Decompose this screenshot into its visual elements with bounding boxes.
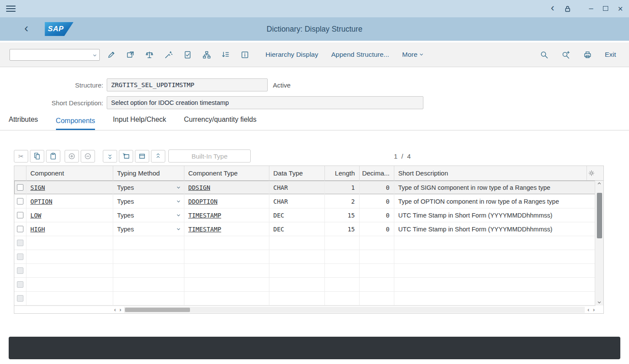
sap-logo-text: SAP — [45, 25, 63, 33]
tab-currency-quantity-fields[interactable]: Currency/quantity fields — [184, 116, 256, 130]
structure-field[interactable]: ZRGTITS_SEL_UPDTIMSTMP — [107, 78, 268, 91]
vscroll-thumb[interactable] — [597, 193, 602, 238]
col-header-length[interactable]: Length — [325, 166, 360, 180]
empty-row — [14, 292, 596, 306]
minimize-icon[interactable]: − — [589, 4, 594, 13]
row-checkbox[interactable] — [17, 295, 23, 302]
move-down-icon[interactable] — [103, 150, 117, 162]
back-chevron-icon[interactable]: ‹ — [551, 3, 554, 13]
delete-row-minus-icon[interactable] — [81, 150, 95, 162]
tab-components[interactable]: Components — [56, 117, 95, 130]
copy-icon[interactable] — [30, 150, 44, 162]
component-link[interactable]: SIGN — [30, 184, 45, 191]
components-grid: Component Typing Method Component Type D… — [14, 166, 604, 314]
move-up-icon[interactable] — [151, 150, 165, 162]
cut-icon[interactable]: ✂ — [14, 150, 28, 162]
display-change-icon[interactable] — [103, 48, 119, 62]
component-link[interactable]: OPTION — [30, 198, 52, 205]
object-list-icon[interactable] — [218, 48, 233, 62]
menu-icon[interactable] — [6, 6, 16, 12]
row-checkbox[interactable] — [17, 281, 23, 288]
col-header-decimals[interactable]: Decima... — [360, 166, 394, 180]
search-next-icon[interactable] — [558, 48, 573, 62]
short-description-field[interactable]: Select option for IDOC creation timestam… — [107, 96, 423, 109]
status-bar — [9, 337, 620, 359]
print-icon[interactable] — [580, 48, 595, 62]
col-header-data-type[interactable]: Data Type — [269, 166, 325, 180]
component-type-link[interactable]: TIMESTAMP — [188, 226, 221, 233]
typing-method-value: Types — [117, 198, 134, 205]
structure-label: Structure: — [9, 81, 103, 89]
page-title: Dictionary: Display Structure — [0, 25, 629, 34]
more-label: More — [402, 51, 417, 58]
typing-method-select[interactable]: Types — [113, 181, 184, 194]
component-type-link[interactable]: TIMESTAMP — [188, 212, 221, 219]
insert-row-plus-icon[interactable] — [65, 150, 79, 162]
scroll-down-icon[interactable] — [598, 300, 601, 303]
row-checkbox[interactable] — [17, 184, 23, 191]
grid-settings-gear-icon[interactable] — [587, 166, 596, 180]
scroll-left-icon[interactable]: ‹ — [114, 307, 116, 312]
hierarchy-display-button[interactable]: Hierarchy Display — [265, 51, 318, 58]
scroll-left-icon[interactable]: ‹ — [587, 307, 589, 312]
typing-method-select[interactable]: Types — [113, 208, 184, 222]
other-object-icon[interactable] — [122, 48, 138, 62]
scroll-up-icon[interactable] — [598, 182, 601, 185]
check-icon[interactable] — [180, 48, 195, 62]
row-checkbox[interactable] — [17, 267, 23, 274]
exit-button[interactable]: Exit — [605, 51, 616, 58]
lock-icon[interactable] — [564, 5, 571, 13]
typing-method-select[interactable]: Types — [113, 222, 184, 236]
compare-icon[interactable] — [141, 48, 157, 62]
row-checkbox[interactable] — [17, 226, 23, 232]
page-total: 4 — [407, 153, 411, 160]
status-active-label: Active — [273, 81, 291, 89]
typing-method-value: Types — [117, 184, 134, 191]
append-structure-button[interactable]: Append Structure... — [331, 51, 389, 58]
data-type-cell: CHAR — [269, 181, 325, 194]
select-block-icon[interactable] — [135, 150, 149, 162]
built-in-type-button[interactable]: Built-In Type — [168, 150, 251, 162]
paste-icon[interactable] — [46, 150, 60, 162]
more-button[interactable]: More — [402, 51, 423, 58]
insert-element-icon[interactable] — [119, 150, 133, 162]
short-description-cell: Type of SIGN component in row type of a … — [394, 181, 596, 194]
close-icon[interactable]: × — [618, 4, 623, 13]
horizontal-scrollbar[interactable]: ‹ › ‹ › — [14, 306, 596, 313]
component-link[interactable]: HIGH — [30, 226, 45, 233]
tab-input-help-check[interactable]: Input Help/Check — [113, 116, 166, 130]
row-checkbox[interactable] — [17, 212, 23, 218]
scroll-right-icon[interactable]: › — [119, 307, 121, 312]
col-header-component-type[interactable]: Component Type — [184, 166, 269, 180]
col-header-typing-method[interactable]: Typing Method — [113, 166, 184, 180]
length-cell: 15 — [325, 222, 360, 236]
component-type-link[interactable]: DDSIGN — [188, 184, 210, 191]
col-header-short-description[interactable]: Short Description — [394, 166, 587, 180]
tab-attributes[interactable]: Attributes — [9, 116, 38, 130]
scroll-right-icon[interactable]: › — [593, 307, 595, 312]
chevron-down-icon — [177, 227, 180, 230]
decimals-cell: 0 — [360, 222, 394, 236]
typing-method-value: Types — [117, 212, 134, 219]
row-checkbox[interactable] — [17, 254, 23, 260]
activate-wand-icon[interactable] — [161, 48, 176, 62]
main-toolbar: Hierarchy Display Append Structure... Mo… — [0, 42, 629, 67]
chevron-down-icon — [177, 213, 180, 216]
typing-method-select[interactable]: Types — [113, 195, 184, 208]
component-link[interactable]: LOW — [30, 212, 41, 219]
table-row: HIGH Types TIMESTAMP DEC 15 0 UTC Time S… — [14, 222, 596, 236]
vertical-scrollbar[interactable] — [595, 181, 603, 306]
search-icon[interactable] — [536, 48, 552, 62]
component-type-link[interactable]: DDOPTION — [188, 198, 217, 205]
row-checkbox[interactable] — [17, 240, 23, 246]
info-icon[interactable] — [237, 48, 252, 62]
page-current[interactable]: 1 — [394, 153, 397, 160]
short-description-cell: Type of OPTION component in row type of … — [394, 195, 596, 208]
row-checkbox[interactable] — [17, 198, 23, 205]
hierarchy-icon[interactable] — [199, 48, 214, 62]
maximize-icon[interactable] — [603, 5, 608, 13]
col-header-component[interactable]: Component — [26, 166, 113, 180]
command-field[interactable] — [10, 49, 100, 61]
hscroll-thumb[interactable] — [125, 308, 190, 312]
short-description-cell: UTC Time Stamp in Short Form (YYYYMMDDhh… — [394, 208, 596, 222]
